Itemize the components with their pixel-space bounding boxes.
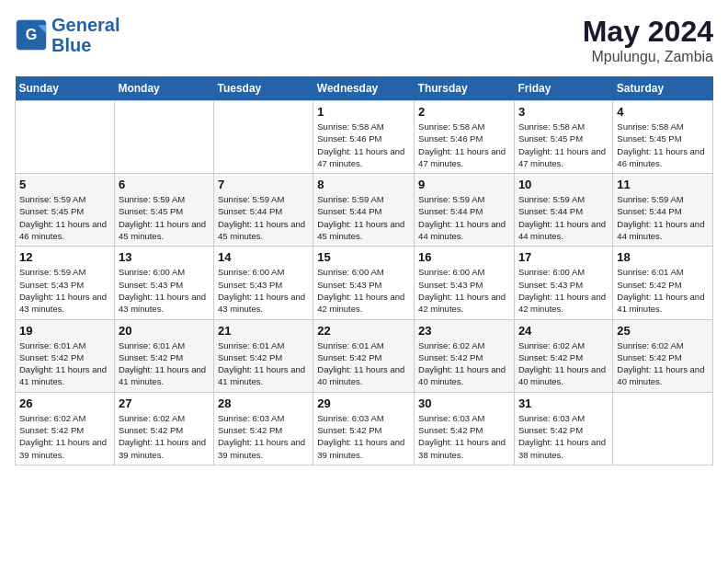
day-info: Sunrise: 5:59 AMSunset: 5:45 PMDaylight:… — [119, 193, 210, 242]
table-row: 5Sunrise: 5:59 AMSunset: 5:45 PMDaylight… — [16, 174, 115, 247]
table-row: 19Sunrise: 6:01 AMSunset: 5:42 PMDayligh… — [16, 319, 115, 392]
day-number: 28 — [218, 396, 309, 410]
table-row: 17Sunrise: 6:00 AMSunset: 5:43 PMDayligh… — [514, 247, 612, 319]
table-row: 18Sunrise: 6:01 AMSunset: 5:42 PMDayligh… — [613, 247, 713, 319]
day-number: 24 — [518, 324, 609, 338]
calendar-header-row: Sunday Monday Tuesday Wednesday Thursday… — [16, 76, 713, 101]
day-info: Sunrise: 6:03 AMSunset: 5:42 PMDaylight:… — [418, 412, 510, 461]
calendar-week-row: 19Sunrise: 6:01 AMSunset: 5:42 PMDayligh… — [16, 319, 713, 392]
table-row: 28Sunrise: 6:03 AMSunset: 5:42 PMDayligh… — [214, 392, 313, 465]
day-info: Sunrise: 5:58 AMSunset: 5:45 PMDaylight:… — [617, 121, 709, 169]
location-title: Mpulungu, Zambia — [583, 49, 713, 65]
day-number: 22 — [317, 324, 410, 338]
table-row: 30Sunrise: 6:03 AMSunset: 5:42 PMDayligh… — [415, 392, 515, 465]
table-row: 3Sunrise: 5:58 AMSunset: 5:45 PMDaylight… — [514, 101, 612, 174]
day-number: 3 — [518, 105, 609, 119]
table-row: 7Sunrise: 5:59 AMSunset: 5:44 PMDaylight… — [214, 174, 313, 247]
day-number: 11 — [617, 178, 709, 191]
day-number: 14 — [218, 250, 309, 264]
table-row: 8Sunrise: 5:59 AMSunset: 5:44 PMDaylight… — [313, 174, 415, 247]
table-row: 20Sunrise: 6:01 AMSunset: 5:42 PMDayligh… — [114, 319, 213, 392]
day-number: 18 — [617, 250, 709, 264]
day-info: Sunrise: 5:59 AMSunset: 5:45 PMDaylight:… — [19, 193, 110, 242]
header-thursday: Thursday — [415, 76, 515, 101]
day-info: Sunrise: 5:59 AMSunset: 5:44 PMDaylight:… — [518, 193, 609, 242]
day-info: Sunrise: 6:01 AMSunset: 5:42 PMDaylight:… — [218, 339, 309, 388]
table-row: 15Sunrise: 6:00 AMSunset: 5:43 PMDayligh… — [313, 247, 415, 319]
day-number: 12 — [19, 250, 110, 264]
day-number: 29 — [317, 396, 410, 410]
table-row: 29Sunrise: 6:03 AMSunset: 5:42 PMDayligh… — [313, 392, 415, 465]
header-monday: Monday — [114, 76, 213, 101]
table-row: 22Sunrise: 6:01 AMSunset: 5:42 PMDayligh… — [313, 319, 415, 392]
svg-text:G: G — [26, 26, 38, 42]
table-row: 2Sunrise: 5:58 AMSunset: 5:46 PMDaylight… — [415, 101, 515, 174]
day-info: Sunrise: 5:58 AMSunset: 5:46 PMDaylight:… — [317, 121, 410, 169]
table-row — [16, 101, 115, 174]
table-row: 1Sunrise: 5:58 AMSunset: 5:46 PMDaylight… — [313, 101, 415, 174]
header-sunday: Sunday — [16, 76, 115, 101]
day-info: Sunrise: 5:59 AMSunset: 5:44 PMDaylight:… — [418, 193, 510, 242]
table-row — [114, 101, 213, 174]
day-info: Sunrise: 6:02 AMSunset: 5:42 PMDaylight:… — [518, 339, 609, 388]
day-info: Sunrise: 5:59 AMSunset: 5:43 PMDaylight:… — [19, 266, 110, 315]
day-info: Sunrise: 5:59 AMSunset: 5:44 PMDaylight:… — [317, 193, 410, 242]
table-row: 23Sunrise: 6:02 AMSunset: 5:42 PMDayligh… — [415, 319, 515, 392]
title-area: May 2024 Mpulungu, Zambia — [583, 15, 713, 65]
day-info: Sunrise: 5:58 AMSunset: 5:46 PMDaylight:… — [418, 121, 510, 169]
day-number: 7 — [218, 178, 309, 191]
day-info: Sunrise: 5:58 AMSunset: 5:45 PMDaylight:… — [518, 121, 609, 169]
logo-text-blue: Blue — [51, 35, 91, 55]
table-row: 4Sunrise: 5:58 AMSunset: 5:45 PMDaylight… — [613, 101, 713, 174]
day-info: Sunrise: 6:03 AMSunset: 5:42 PMDaylight:… — [518, 412, 609, 461]
calendar-week-row: 26Sunrise: 6:02 AMSunset: 5:42 PMDayligh… — [16, 392, 713, 465]
page-header: G General Blue May 2024 Mpulungu, Zambia — [15, 15, 713, 65]
day-number: 9 — [418, 178, 510, 191]
logo: G General Blue — [15, 15, 119, 55]
day-number: 16 — [418, 250, 510, 264]
day-number: 10 — [518, 178, 609, 191]
table-row: 13Sunrise: 6:00 AMSunset: 5:43 PMDayligh… — [114, 247, 213, 319]
day-info: Sunrise: 6:02 AMSunset: 5:42 PMDaylight:… — [19, 412, 110, 461]
day-number: 2 — [418, 105, 510, 119]
day-info: Sunrise: 6:02 AMSunset: 5:42 PMDaylight:… — [617, 339, 709, 388]
day-number: 30 — [418, 396, 510, 410]
logo-text: General Blue — [51, 15, 119, 55]
day-info: Sunrise: 6:00 AMSunset: 5:43 PMDaylight:… — [317, 266, 410, 315]
table-row: 10Sunrise: 5:59 AMSunset: 5:44 PMDayligh… — [514, 174, 612, 247]
day-info: Sunrise: 6:03 AMSunset: 5:42 PMDaylight:… — [317, 412, 410, 461]
table-row: 6Sunrise: 5:59 AMSunset: 5:45 PMDaylight… — [114, 174, 213, 247]
day-info: Sunrise: 6:01 AMSunset: 5:42 PMDaylight:… — [19, 339, 110, 388]
header-wednesday: Wednesday — [313, 76, 415, 101]
day-info: Sunrise: 6:02 AMSunset: 5:42 PMDaylight:… — [418, 339, 510, 388]
day-number: 15 — [317, 250, 410, 264]
day-info: Sunrise: 6:00 AMSunset: 5:43 PMDaylight:… — [418, 266, 510, 315]
table-row — [214, 101, 313, 174]
header-tuesday: Tuesday — [214, 76, 313, 101]
day-number: 26 — [19, 396, 110, 410]
logo-text-general: General — [51, 15, 119, 35]
table-row: 27Sunrise: 6:02 AMSunset: 5:42 PMDayligh… — [114, 392, 213, 465]
table-row — [613, 392, 713, 465]
day-number: 6 — [119, 178, 210, 191]
day-number: 23 — [418, 324, 510, 338]
day-number: 5 — [19, 178, 110, 191]
day-info: Sunrise: 6:01 AMSunset: 5:42 PMDaylight:… — [617, 266, 709, 315]
day-info: Sunrise: 6:00 AMSunset: 5:43 PMDaylight:… — [218, 266, 309, 315]
calendar-table: Sunday Monday Tuesday Wednesday Thursday… — [15, 76, 713, 465]
day-number: 25 — [617, 324, 709, 338]
calendar-week-row: 12Sunrise: 5:59 AMSunset: 5:43 PMDayligh… — [16, 247, 713, 319]
day-number: 21 — [218, 324, 309, 338]
day-number: 19 — [19, 324, 110, 338]
day-info: Sunrise: 6:02 AMSunset: 5:42 PMDaylight:… — [119, 412, 210, 461]
day-info: Sunrise: 6:00 AMSunset: 5:43 PMDaylight:… — [119, 266, 210, 315]
header-saturday: Saturday — [613, 76, 713, 101]
day-number: 4 — [617, 105, 709, 119]
day-number: 17 — [518, 250, 609, 264]
day-number: 13 — [119, 250, 210, 264]
day-number: 8 — [317, 178, 410, 191]
day-info: Sunrise: 6:00 AMSunset: 5:43 PMDaylight:… — [518, 266, 609, 315]
day-info: Sunrise: 6:01 AMSunset: 5:42 PMDaylight:… — [317, 339, 410, 388]
table-row: 16Sunrise: 6:00 AMSunset: 5:43 PMDayligh… — [415, 247, 515, 319]
day-info: Sunrise: 5:59 AMSunset: 5:44 PMDaylight:… — [218, 193, 309, 242]
